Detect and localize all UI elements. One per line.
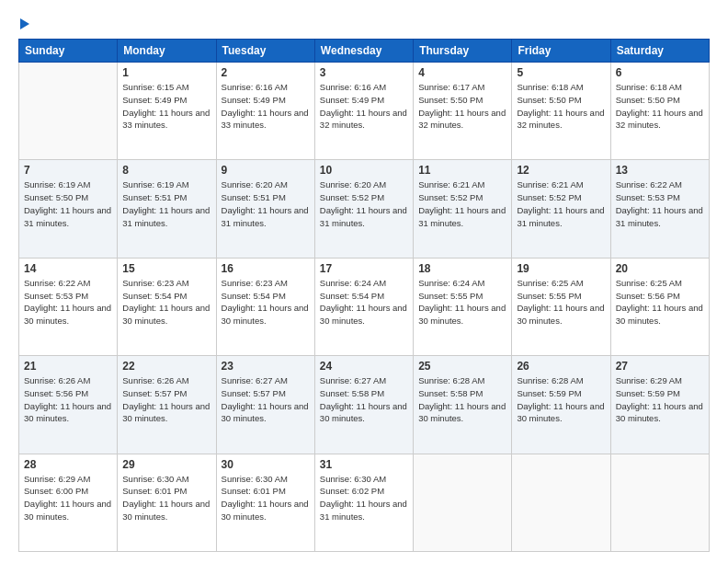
- day-number: 14: [24, 262, 112, 275]
- day-info: Sunrise: 6:17 AMSunset: 5:50 PMDaylight:…: [418, 81, 506, 132]
- day-info: Sunrise: 6:16 AMSunset: 5:49 PMDaylight:…: [222, 81, 310, 132]
- calendar-table: SundayMondayTuesdayWednesdayThursdayFrid…: [18, 39, 710, 552]
- day-number: 3: [320, 66, 408, 79]
- calendar-cell: 3Sunrise: 6:16 AMSunset: 5:49 PMDaylight…: [314, 63, 413, 160]
- day-number: 10: [320, 164, 408, 177]
- calendar-cell: 12Sunrise: 6:21 AMSunset: 5:52 PMDayligh…: [512, 160, 610, 258]
- calendar-cell: 15Sunrise: 6:23 AMSunset: 5:54 PMDayligh…: [118, 258, 216, 355]
- calendar-header-monday: Monday: [118, 40, 216, 63]
- day-info: Sunrise: 6:27 AMSunset: 5:58 PMDaylight:…: [320, 374, 408, 425]
- calendar-week-2: 7Sunrise: 6:19 AMSunset: 5:50 PMDaylight…: [19, 160, 710, 258]
- calendar-cell: [19, 63, 118, 160]
- calendar-header-wednesday: Wednesday: [314, 40, 413, 63]
- calendar-cell: 26Sunrise: 6:28 AMSunset: 5:59 PMDayligh…: [512, 356, 610, 454]
- day-number: 6: [616, 66, 704, 79]
- day-number: 13: [616, 164, 704, 177]
- calendar-week-4: 21Sunrise: 6:26 AMSunset: 5:56 PMDayligh…: [19, 356, 710, 454]
- day-number: 31: [320, 458, 408, 471]
- calendar-cell: 1Sunrise: 6:15 AMSunset: 5:49 PMDaylight…: [118, 63, 216, 160]
- calendar-cell: [610, 454, 709, 551]
- day-info: Sunrise: 6:18 AMSunset: 5:50 PMDaylight:…: [616, 81, 704, 132]
- calendar-cell: 30Sunrise: 6:30 AMSunset: 6:01 PMDayligh…: [216, 454, 314, 551]
- day-info: Sunrise: 6:30 AMSunset: 6:01 PMDaylight:…: [222, 473, 310, 523]
- day-number: 18: [418, 262, 506, 275]
- calendar-cell: 20Sunrise: 6:25 AMSunset: 5:56 PMDayligh…: [610, 258, 709, 355]
- page: SundayMondayTuesdayWednesdayThursdayFrid…: [0, 0, 728, 563]
- calendar-cell: 6Sunrise: 6:18 AMSunset: 5:50 PMDaylight…: [610, 63, 709, 160]
- day-info: Sunrise: 6:20 AMSunset: 5:51 PMDaylight:…: [222, 178, 310, 229]
- day-info: Sunrise: 6:22 AMSunset: 5:53 PMDaylight:…: [24, 277, 112, 327]
- day-number: 21: [24, 360, 112, 373]
- day-number: 28: [24, 458, 112, 471]
- day-info: Sunrise: 6:30 AMSunset: 6:01 PMDaylight:…: [122, 473, 210, 523]
- day-number: 29: [122, 458, 210, 471]
- day-info: Sunrise: 6:20 AMSunset: 5:52 PMDaylight:…: [320, 178, 408, 229]
- day-number: 19: [517, 262, 605, 275]
- day-info: Sunrise: 6:29 AMSunset: 5:59 PMDaylight:…: [616, 374, 704, 425]
- calendar-cell: 7Sunrise: 6:19 AMSunset: 5:50 PMDaylight…: [19, 160, 118, 258]
- calendar-cell: 25Sunrise: 6:28 AMSunset: 5:58 PMDayligh…: [414, 356, 512, 454]
- calendar-cell: 10Sunrise: 6:20 AMSunset: 5:52 PMDayligh…: [314, 160, 413, 258]
- day-number: 22: [122, 360, 210, 373]
- calendar-cell: 14Sunrise: 6:22 AMSunset: 5:53 PMDayligh…: [19, 258, 118, 355]
- day-number: 20: [616, 262, 704, 275]
- calendar-header-sunday: Sunday: [19, 40, 118, 63]
- day-number: 4: [418, 66, 506, 79]
- day-number: 2: [222, 66, 310, 79]
- day-info: Sunrise: 6:25 AMSunset: 5:56 PMDaylight:…: [616, 277, 704, 327]
- calendar-cell: 11Sunrise: 6:21 AMSunset: 5:52 PMDayligh…: [414, 160, 512, 258]
- day-number: 23: [222, 360, 310, 373]
- calendar-week-5: 28Sunrise: 6:29 AMSunset: 6:00 PMDayligh…: [19, 454, 710, 551]
- day-info: Sunrise: 6:25 AMSunset: 5:55 PMDaylight:…: [517, 277, 605, 327]
- calendar-cell: 27Sunrise: 6:29 AMSunset: 5:59 PMDayligh…: [610, 356, 709, 454]
- calendar-cell: 17Sunrise: 6:24 AMSunset: 5:54 PMDayligh…: [314, 258, 413, 355]
- day-info: Sunrise: 6:19 AMSunset: 5:50 PMDaylight:…: [24, 178, 112, 229]
- calendar-cell: 28Sunrise: 6:29 AMSunset: 6:00 PMDayligh…: [19, 454, 118, 551]
- day-info: Sunrise: 6:22 AMSunset: 5:53 PMDaylight:…: [616, 178, 704, 229]
- calendar-cell: [414, 454, 512, 551]
- calendar-week-1: 1Sunrise: 6:15 AMSunset: 5:49 PMDaylight…: [19, 63, 710, 160]
- calendar-cell: 13Sunrise: 6:22 AMSunset: 5:53 PMDayligh…: [610, 160, 709, 258]
- calendar-cell: [512, 454, 610, 551]
- calendar-week-3: 14Sunrise: 6:22 AMSunset: 5:53 PMDayligh…: [19, 258, 710, 355]
- calendar-cell: 31Sunrise: 6:30 AMSunset: 6:02 PMDayligh…: [314, 454, 413, 551]
- calendar-cell: 19Sunrise: 6:25 AMSunset: 5:55 PMDayligh…: [512, 258, 610, 355]
- day-info: Sunrise: 6:27 AMSunset: 5:57 PMDaylight:…: [222, 374, 310, 425]
- logo-arrow-icon: [20, 18, 29, 29]
- day-number: 1: [122, 66, 210, 79]
- day-info: Sunrise: 6:26 AMSunset: 5:57 PMDaylight:…: [122, 374, 210, 425]
- day-number: 24: [320, 360, 408, 373]
- calendar-header-saturday: Saturday: [610, 40, 709, 63]
- day-info: Sunrise: 6:23 AMSunset: 5:54 PMDaylight:…: [222, 277, 310, 327]
- calendar-cell: 5Sunrise: 6:18 AMSunset: 5:50 PMDaylight…: [512, 63, 610, 160]
- calendar-cell: 4Sunrise: 6:17 AMSunset: 5:50 PMDaylight…: [414, 63, 512, 160]
- calendar-cell: 29Sunrise: 6:30 AMSunset: 6:01 PMDayligh…: [118, 454, 216, 551]
- day-info: Sunrise: 6:23 AMSunset: 5:54 PMDaylight:…: [122, 277, 210, 327]
- day-info: Sunrise: 6:15 AMSunset: 5:49 PMDaylight:…: [122, 81, 210, 132]
- day-number: 25: [418, 360, 506, 373]
- day-number: 30: [222, 458, 310, 471]
- day-info: Sunrise: 6:19 AMSunset: 5:51 PMDaylight:…: [122, 178, 210, 229]
- day-info: Sunrise: 6:21 AMSunset: 5:52 PMDaylight:…: [418, 178, 506, 229]
- calendar-cell: 16Sunrise: 6:23 AMSunset: 5:54 PMDayligh…: [216, 258, 314, 355]
- day-info: Sunrise: 6:18 AMSunset: 5:50 PMDaylight:…: [517, 81, 605, 132]
- calendar-cell: 24Sunrise: 6:27 AMSunset: 5:58 PMDayligh…: [314, 356, 413, 454]
- day-info: Sunrise: 6:24 AMSunset: 5:54 PMDaylight:…: [320, 277, 408, 327]
- calendar-cell: 21Sunrise: 6:26 AMSunset: 5:56 PMDayligh…: [19, 356, 118, 454]
- calendar-header-friday: Friday: [512, 40, 610, 63]
- day-info: Sunrise: 6:16 AMSunset: 5:49 PMDaylight:…: [320, 81, 408, 132]
- day-info: Sunrise: 6:24 AMSunset: 5:55 PMDaylight:…: [418, 277, 506, 327]
- calendar-header-row: SundayMondayTuesdayWednesdayThursdayFrid…: [19, 40, 710, 63]
- day-number: 17: [320, 262, 408, 275]
- day-number: 5: [517, 66, 605, 79]
- day-number: 15: [122, 262, 210, 275]
- day-info: Sunrise: 6:28 AMSunset: 5:59 PMDaylight:…: [517, 374, 605, 425]
- day-number: 11: [418, 164, 506, 177]
- calendar-cell: 18Sunrise: 6:24 AMSunset: 5:55 PMDayligh…: [414, 258, 512, 355]
- day-number: 27: [616, 360, 704, 373]
- calendar-cell: 9Sunrise: 6:20 AMSunset: 5:51 PMDaylight…: [216, 160, 314, 258]
- header: [18, 17, 710, 29]
- day-number: 9: [222, 164, 310, 177]
- day-number: 12: [517, 164, 605, 177]
- calendar-header-tuesday: Tuesday: [216, 40, 314, 63]
